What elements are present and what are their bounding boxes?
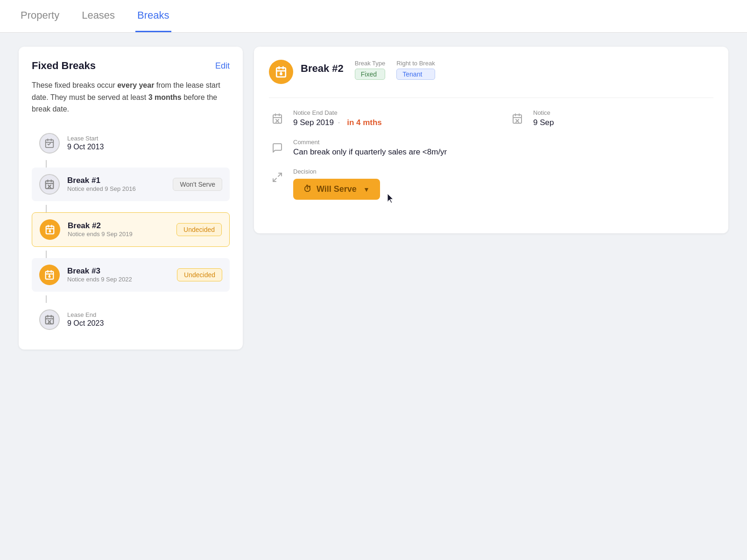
svg-line-46 xyxy=(278,173,282,176)
panel-break-icon xyxy=(269,60,293,84)
panel-header: Break #2 Break Type Fixed Right to Break… xyxy=(269,60,713,84)
card-title: Fixed Breaks xyxy=(32,60,96,72)
chevron-down-icon: ▼ xyxy=(363,186,370,193)
lease-start-icon xyxy=(39,133,60,154)
panel-break-name: Break #2 xyxy=(301,63,344,75)
connector-1 xyxy=(46,160,47,168)
break-3-item[interactable]: Break #3 Notice ends 9 Sep 2022 Undecide… xyxy=(32,258,230,292)
tab-property[interactable]: Property xyxy=(19,0,61,32)
break-2-item[interactable]: Break #2 Notice ends 9 Sep 2019 Undecide… xyxy=(32,212,230,247)
tab-breaks[interactable]: Breaks xyxy=(135,0,171,32)
notice-end-date-row: Notice End Date 9 Sep 2019 · in 4 mths N… xyxy=(269,109,713,127)
desc-bold1: every year xyxy=(117,81,154,89)
svg-line-47 xyxy=(273,178,276,182)
decision-icon xyxy=(269,169,286,186)
lease-end-label: Lease End xyxy=(67,311,222,318)
svg-rect-4 xyxy=(46,181,54,189)
main-content: Fixed Breaks Edit These fixed breaks occ… xyxy=(0,33,747,364)
notice-end-date-label: Notice End Date xyxy=(293,109,473,116)
break-2-icon xyxy=(40,219,60,240)
lease-start-label: Lease Start xyxy=(67,135,222,142)
panel-divider xyxy=(269,98,713,98)
break-1-icon xyxy=(39,174,60,195)
break-3-title: Break #3 xyxy=(67,266,169,276)
break-type-label: Break Type xyxy=(355,60,386,67)
lease-end-value: 9 Oct 2023 xyxy=(67,319,222,328)
lease-start-value: 9 Oct 2013 xyxy=(67,143,222,151)
break-1-badge: Won't Serve xyxy=(173,178,222,191)
decision-button[interactable]: ⏱ Will Serve ▼ xyxy=(293,179,380,200)
break-1-subtitle: Notice ended 9 Sep 2016 xyxy=(67,185,165,192)
calendar-icon xyxy=(269,110,286,127)
break-3-subtitle: Notice ends 9 Sep 2022 xyxy=(67,276,169,283)
comment-row: Comment Can break only if quarterly sale… xyxy=(269,139,713,157)
break-2-subtitle: Notice ends 9 Sep 2019 xyxy=(68,231,169,238)
break-1-title: Break #1 xyxy=(67,176,165,185)
connector-4 xyxy=(46,295,47,303)
break-type-group: Break Type Fixed xyxy=(355,60,386,80)
break-3-icon xyxy=(39,265,60,285)
right-to-break-value: Tenant xyxy=(396,69,435,80)
edit-button[interactable]: Edit xyxy=(215,61,230,71)
right-to-break-label: Right to Break xyxy=(396,60,435,67)
decision-row: Decision ⏱ Will Serve ▼ xyxy=(269,168,713,200)
fixed-breaks-card: Fixed Breaks Edit These fixed breaks occ… xyxy=(19,47,243,350)
break-1-item[interactable]: Break #1 Notice ended 9 Sep 2016 Won't S… xyxy=(32,168,230,201)
notice-end-date2-value: 9 Sep xyxy=(533,118,713,127)
tab-leases[interactable]: Leases xyxy=(80,0,117,32)
connector-3 xyxy=(46,251,47,258)
svg-rect-34 xyxy=(273,115,282,123)
break-detail-panel: Break #2 Break Type Fixed Right to Break… xyxy=(254,47,728,233)
comment-label: Comment xyxy=(293,139,713,146)
lease-end-icon xyxy=(39,309,60,330)
break-type-value: Fixed xyxy=(355,69,386,80)
clock-icon: ⏱ xyxy=(303,184,312,194)
right-to-break-group: Right to Break Tenant xyxy=(396,60,435,80)
lease-start-item: Lease Start 9 Oct 2013 xyxy=(32,126,230,160)
comment-icon xyxy=(269,140,286,156)
notice-warning: in 4 mths xyxy=(347,118,382,127)
card-description: These fixed breaks occur every year from… xyxy=(32,79,230,115)
svg-rect-40 xyxy=(513,115,521,123)
desc-bold2: 3 months xyxy=(148,93,182,101)
cursor xyxy=(387,193,396,207)
calendar-x-icon xyxy=(509,110,526,127)
connector-2 xyxy=(46,205,47,212)
break-2-title: Break #2 xyxy=(68,221,169,231)
decision-btn-label: Will Serve xyxy=(317,184,357,194)
break-2-badge: Undecided xyxy=(176,223,222,236)
timeline: Lease Start 9 Oct 2013 Break #1 Notice e… xyxy=(32,126,230,336)
lease-end-item: Lease End 9 Oct 2023 xyxy=(32,303,230,336)
top-navigation: Property Leases Breaks xyxy=(0,0,747,33)
svg-rect-22 xyxy=(46,316,54,324)
desc-plain: These fixed breaks occur xyxy=(32,81,117,89)
notice-end-date-value: 9 Sep 2019 · in 4 mths xyxy=(293,118,473,127)
card-header: Fixed Breaks Edit xyxy=(32,60,230,72)
break-3-badge: Undecided xyxy=(177,268,222,281)
notice-end-date2-label: Notice xyxy=(533,109,713,116)
comment-value: Can break only if quarterly sales are <8… xyxy=(293,147,713,157)
decision-label: Decision xyxy=(293,168,713,175)
